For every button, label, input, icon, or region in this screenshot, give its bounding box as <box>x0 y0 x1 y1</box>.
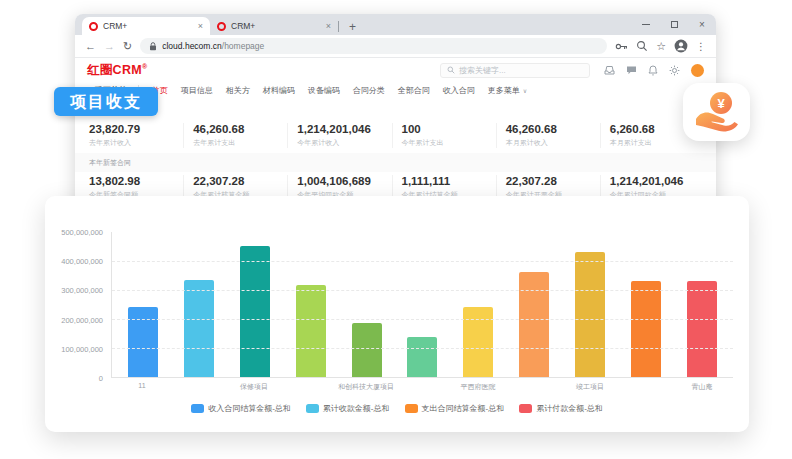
chart-plot <box>111 232 733 378</box>
x-axis-label: 保修项目 <box>226 382 282 392</box>
minimize-icon <box>642 24 650 25</box>
crm-favicon-icon <box>89 22 98 31</box>
crm-search-input[interactable]: 搜索关键字... <box>440 63 590 78</box>
stat-value: 100 <box>402 123 487 135</box>
forward-icon[interactable]: → <box>104 41 115 52</box>
legend-item[interactable]: 累计付款金额-总和 <box>519 403 603 414</box>
project-income-expense-badge[interactable]: 项目收支 <box>54 87 158 116</box>
lock-icon <box>149 42 157 51</box>
stat-item: 1,214,201,046今年累计收入 <box>287 123 391 148</box>
nav-item-label: 材料编码 <box>263 85 295 96</box>
stat-value: 1,111,111 <box>402 175 487 187</box>
x-axis-label <box>394 382 450 392</box>
gear-icon[interactable] <box>669 65 680 76</box>
tab-close-icon[interactable]: × <box>326 22 331 31</box>
y-tick-label: 200,000,000 <box>45 315 103 324</box>
legend-item[interactable]: 收入合同结算金额-总和 <box>191 403 291 414</box>
profile-avatar-icon[interactable] <box>674 39 688 53</box>
chart-xlabels: 11保修项目和创科技大厦项目平西府医院竣工项目青山庵 <box>111 382 733 392</box>
close-button[interactable]: × <box>688 14 716 35</box>
tab-title: CRM+ <box>231 21 321 31</box>
legend-color-chip <box>191 404 204 413</box>
gridline <box>112 319 733 320</box>
nav-item-相关方[interactable]: 相关方 <box>226 85 250 96</box>
crm-favicon-icon <box>217 22 226 31</box>
new-tab-button[interactable]: + <box>343 21 362 33</box>
bar-11[interactable] <box>128 307 158 377</box>
nav-item-全部合同[interactable]: 全部合同 <box>398 85 430 96</box>
x-axis-label: 和创科技大厦项目 <box>338 382 394 392</box>
zoom-icon[interactable] <box>636 40 648 52</box>
nav-item-label: 合同分类 <box>353 85 385 96</box>
x-axis-label <box>506 382 562 392</box>
maximize-icon <box>671 21 678 28</box>
stat-value: 13,802.98 <box>89 175 174 187</box>
y-tick-label: 0 <box>45 374 103 383</box>
stat-value: 46,260.68 <box>506 123 591 135</box>
bar-series-7[interactable] <box>519 272 549 377</box>
key-icon[interactable] <box>615 41 628 52</box>
chart-yticks: 500,000,000400,000,000300,000,000200,000… <box>45 232 103 378</box>
bar-竣工项目[interactable] <box>575 252 605 377</box>
back-icon[interactable]: ← <box>85 41 96 52</box>
bar-平西府医院[interactable] <box>463 307 493 377</box>
legend-color-chip <box>519 404 532 413</box>
minimize-button[interactable] <box>632 14 660 35</box>
stat-label: 本月累计支出 <box>610 138 695 148</box>
window-controls: × <box>632 14 716 35</box>
bar-slot <box>450 232 506 377</box>
y-tick-label: 400,000,000 <box>45 257 103 266</box>
legend-item[interactable]: 支出合同结算金额-总和 <box>405 403 505 414</box>
crm-header-icons <box>604 64 704 77</box>
bar-青山庵[interactable] <box>687 281 717 377</box>
browser-tab-active[interactable]: CRM+ × <box>82 17 210 35</box>
stat-item: 46,260.68去年累计支出 <box>183 123 287 148</box>
bell-icon[interactable] <box>648 65 658 76</box>
crm-logo: 红圈CRM® <box>87 62 147 79</box>
browser-menu-icon[interactable]: ⋮ <box>696 41 706 52</box>
nav-item-材料编码[interactable]: 材料编码 <box>263 85 295 96</box>
tab-close-icon[interactable]: × <box>198 22 203 31</box>
stat-value: 22,307.28 <box>193 175 278 187</box>
browser-tab-inactive[interactable]: CRM+ × <box>210 17 338 35</box>
bar-slot <box>227 232 283 377</box>
money-icon-card[interactable]: ¥ <box>683 83 750 141</box>
bar-series-1[interactable] <box>184 280 214 377</box>
bar-slot <box>283 232 339 377</box>
nav-item-更多菜单[interactable]: 更多菜单∨ <box>488 85 527 96</box>
bookmark-star-icon[interactable]: ☆ <box>656 40 666 53</box>
screenshot-stage: CRM+ × CRM+ × + × ← → ↻ cloud.hecom.cn/h <box>0 0 792 459</box>
stat-label: 去年累计支出 <box>193 138 278 148</box>
section-title: 本年新签合同 <box>75 153 716 172</box>
inbox-icon[interactable] <box>604 65 615 75</box>
maximize-button[interactable] <box>660 14 688 35</box>
chevron-down-icon: ∨ <box>523 87 527 94</box>
nav-item-收入合同[interactable]: 收入合同 <box>443 85 475 96</box>
legend-color-chip <box>405 404 418 413</box>
legend-label: 累计付款金额-总和 <box>536 403 603 414</box>
x-axis-label: 青山庵 <box>674 382 730 392</box>
user-avatar[interactable] <box>691 64 704 77</box>
reload-icon[interactable]: ↻ <box>123 41 132 52</box>
nav-item-label: 更多菜单 <box>488 85 520 96</box>
chart-legend: 收入合同结算金额-总和累计收款金额-总和支出合同结算金额-总和累计付款金额-总和 <box>45 403 749 414</box>
legend-label: 累计收款金额-总和 <box>323 403 390 414</box>
chat-icon[interactable] <box>626 65 637 75</box>
bar-series-3[interactable] <box>296 285 326 377</box>
x-axis-label <box>282 382 338 392</box>
nav-item-设备编码[interactable]: 设备编码 <box>308 85 340 96</box>
svg-text:¥: ¥ <box>717 96 725 111</box>
bar-series-5[interactable] <box>407 337 437 377</box>
address-bar[interactable]: cloud.hecom.cn/homepage <box>140 38 607 54</box>
nav-item-合同分类[interactable]: 合同分类 <box>353 85 385 96</box>
gridline <box>112 348 733 349</box>
nav-item-项目信息[interactable]: 项目信息 <box>181 85 213 96</box>
stat-item: 23,820.79去年累计收入 <box>87 123 183 148</box>
bar-和创科技大厦项目[interactable] <box>352 323 382 377</box>
nav-item-label: 设备编码 <box>308 85 340 96</box>
bar-保修项目[interactable] <box>240 246 270 377</box>
bar-series-9[interactable] <box>631 281 661 377</box>
browser-toolbar: ← → ↻ cloud.hecom.cn/homepage ☆ ⋮ <box>75 35 716 58</box>
search-placeholder: 搜索关键字... <box>459 65 506 76</box>
legend-item[interactable]: 累计收款金额-总和 <box>306 403 390 414</box>
